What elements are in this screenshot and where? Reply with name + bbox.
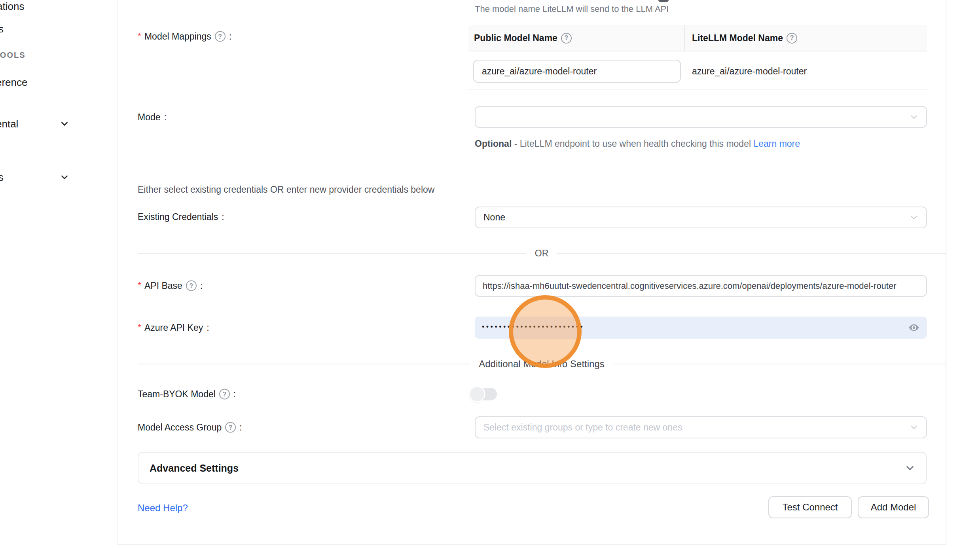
sidebar-item-label: s <box>0 171 4 183</box>
team-byok-label: Team-BYOK Model ? : <box>138 389 236 400</box>
divider-line <box>138 253 526 254</box>
or-divider: OR <box>138 248 946 259</box>
help-icon[interactable]: ? <box>561 33 572 44</box>
chevron-down-icon <box>904 462 916 474</box>
help-icon[interactable]: ? <box>787 33 797 44</box>
sidebar-section-tools: TOOLS <box>0 51 26 60</box>
mode-label: Mode : <box>138 112 167 123</box>
sidebar-item-label: ations <box>0 0 24 12</box>
sidebar-item-label: ental <box>0 118 18 130</box>
sidebar-item-label: erence <box>0 76 28 88</box>
public-model-name-input[interactable] <box>473 60 681 83</box>
masked-api-key: •••••••••••••••••••••••• <box>482 323 584 331</box>
existing-credentials-select[interactable]: None <box>475 207 927 228</box>
model-name-helper-text: The model name LiteLLM will send to the … <box>475 4 669 14</box>
chevron-down-icon <box>909 112 919 122</box>
add-model-page: ations s TOOLS erence ental s The model … <box>0 0 980 548</box>
sidebar-item-s1[interactable]: s <box>0 23 4 35</box>
chevron-down-icon <box>909 212 919 223</box>
team-byok-toggle[interactable] <box>470 388 497 400</box>
existing-credentials-label: Existing Credentials : <box>138 212 224 222</box>
add-model-button[interactable]: Add Model <box>858 496 929 518</box>
sidebar-item-s2[interactable]: s <box>0 171 4 184</box>
required-asterisk: * <box>138 31 141 42</box>
chevron-down-icon <box>909 422 919 432</box>
divider-line <box>557 253 946 254</box>
advanced-settings-title: Advanced Settings <box>150 463 239 474</box>
eye-icon[interactable] <box>907 322 921 334</box>
help-icon[interactable]: ? <box>186 281 197 291</box>
sidebar-item-erence[interactable]: erence <box>0 76 28 89</box>
litellm-model-name-value: azure_ai/azure-model-router <box>692 60 807 83</box>
help-icon[interactable]: ? <box>219 389 230 400</box>
model-mappings-label: * Model Mappings ? : <box>138 31 231 42</box>
help-icon[interactable]: ? <box>215 31 226 42</box>
clipped-element-top <box>658 0 669 2</box>
sidebar-item-ental[interactable]: ental <box>0 118 18 130</box>
required-asterisk: * <box>138 281 141 291</box>
chevron-down-icon <box>59 119 70 129</box>
sidebar-item-ations[interactable]: ations <box>0 0 24 13</box>
divider-line <box>138 364 470 364</box>
advanced-settings-panel[interactable]: Advanced Settings <box>138 452 927 484</box>
additional-settings-divider: Additional Model Info Settings <box>138 358 946 370</box>
toggle-knob <box>470 387 484 401</box>
azure-api-key-input[interactable]: •••••••••••••••••••••••• <box>475 317 927 339</box>
existing-credentials-value: None <box>483 212 505 223</box>
need-help-link[interactable]: Need Help? <box>138 502 188 514</box>
public-model-name-header: Public Model Name ? <box>468 25 685 51</box>
model-mappings-table: Public Model Name ? LiteLLM Model Name ?… <box>468 25 927 90</box>
test-connect-button[interactable]: Test Connect <box>768 496 852 518</box>
api-base-input[interactable] <box>475 275 927 297</box>
api-base-label: * API Base ? : <box>138 281 203 291</box>
sidebar-item-label: s <box>0 23 4 35</box>
learn-more-link[interactable]: Learn more <box>753 138 800 149</box>
model-access-group-placeholder: Select existing groups or type to create… <box>483 422 682 433</box>
required-asterisk: * <box>138 322 141 333</box>
model-access-group-select[interactable]: Select existing groups or type to create… <box>475 416 927 438</box>
mode-helper-text: Optional - LiteLLM endpoint to use when … <box>475 136 803 152</box>
chevron-down-icon <box>59 172 70 182</box>
credentials-note: Either select existing credentials OR en… <box>138 184 434 195</box>
model-access-group-label: Model Access Group ? : <box>138 422 242 433</box>
mode-select[interactable] <box>475 106 927 128</box>
model-mappings-table-header: Public Model Name ? LiteLLM Model Name ? <box>468 25 927 51</box>
help-icon[interactable]: ? <box>225 422 236 433</box>
azure-api-key-label: * Azure API Key : <box>138 322 209 333</box>
divider-line <box>613 364 946 364</box>
sidebar: ations s TOOLS erence ental s <box>0 0 118 548</box>
litellm-model-name-header: LiteLLM Model Name ? <box>685 25 927 51</box>
